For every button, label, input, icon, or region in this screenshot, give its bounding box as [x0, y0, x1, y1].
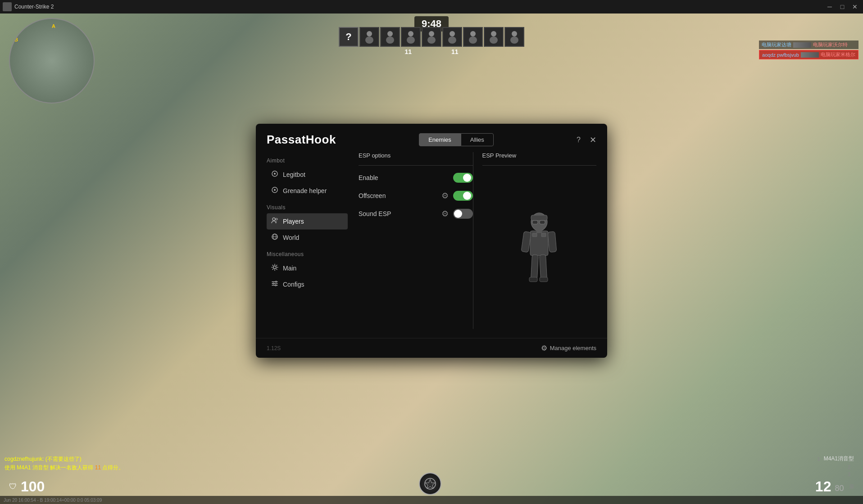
esp-options-panel: ESP options Enable Offscreen [359, 152, 473, 329]
svg-point-23 [276, 218, 277, 220]
manage-gear-icon: ⚙ [541, 344, 547, 352]
manage-elements-label: Manage elements [550, 345, 596, 351]
option-label-sound-esp: Sound ESP [359, 210, 391, 217]
modal-main-content: ESP options Enable Offscreen [348, 152, 596, 329]
sidebar-item-world[interactable]: World [267, 230, 348, 246]
modal-header: PassatHook Enemies Allies ? ✕ [256, 124, 607, 152]
modal-close-button[interactable]: ✕ [590, 135, 596, 145]
svg-point-27 [273, 266, 276, 269]
svg-rect-43 [532, 233, 537, 237]
modal-body: Aimbot Legitbot Grenade helper Visuals [256, 152, 607, 338]
modal-tabs: Enemies Allies [419, 133, 494, 146]
esp-options-divider [359, 165, 473, 166]
esp-preview-figure [482, 173, 597, 329]
svg-rect-37 [521, 231, 531, 252]
character-svg [514, 211, 564, 292]
world-label: World [283, 234, 299, 241]
app-icon [3, 2, 12, 11]
version-label: 1.12S [267, 345, 281, 351]
manage-elements-button[interactable]: ⚙ Manage elements [541, 344, 596, 352]
svg-rect-40 [540, 254, 547, 279]
configs-icon [271, 280, 278, 289]
svg-point-29 [273, 283, 274, 284]
window-controls: ─ □ ✕ [825, 3, 859, 10]
modal-footer: 1.12S ⚙ Manage elements [256, 338, 607, 358]
offscreen-gear-icon[interactable]: ⚙ [441, 191, 449, 201]
svg-rect-39 [531, 254, 539, 279]
maximize-button[interactable]: □ [838, 3, 847, 10]
svg-point-21 [274, 189, 276, 191]
svg-rect-42 [540, 277, 548, 282]
option-row-enable: Enable [359, 173, 473, 183]
main-icon [271, 264, 278, 273]
toggle-sound-esp[interactable] [453, 209, 473, 219]
modal-sidebar: Aimbot Legitbot Grenade helper Visuals [267, 152, 348, 329]
configs-label: Configs [283, 281, 304, 288]
svg-point-28 [276, 281, 277, 283]
esp-columns: ESP options Enable Offscreen [359, 152, 596, 329]
svg-rect-33 [532, 220, 538, 224]
world-icon [271, 233, 278, 242]
sidebar-item-players[interactable]: Players [267, 213, 348, 230]
sidebar-item-configs[interactable]: Configs [267, 276, 348, 292]
svg-rect-41 [529, 277, 537, 282]
esp-options-title: ESP options [359, 152, 473, 159]
svg-point-22 [273, 218, 275, 220]
option-row-sound-esp: Sound ESP ⚙ [359, 209, 473, 219]
svg-rect-38 [548, 231, 557, 252]
modal-overlay: PassatHook Enemies Allies ? ✕ Aimbot Leg… [0, 14, 863, 504]
section-misc-label: Miscellaneous [267, 251, 348, 257]
tab-enemies[interactable]: Enemies [419, 133, 461, 146]
option-label-offscreen: Offscreen [359, 192, 386, 199]
option-controls-sound-esp: ⚙ [441, 209, 473, 219]
window-titlebar: Counter-Strike 2 ─ □ ✕ [0, 0, 863, 14]
option-row-offscreen: Offscreen ⚙ [359, 191, 473, 201]
grenade-helper-icon [271, 186, 278, 195]
section-aimbot-label: Aimbot [267, 158, 348, 164]
sidebar-item-grenade-helper[interactable]: Grenade helper [267, 183, 348, 199]
passathook-modal: PassatHook Enemies Allies ? ✕ Aimbot Leg… [256, 124, 607, 358]
svg-rect-32 [531, 215, 547, 220]
players-icon [271, 217, 278, 226]
help-icon[interactable]: ? [577, 136, 581, 144]
modal-title: PassatHook [267, 133, 336, 147]
players-label: Players [283, 218, 304, 225]
esp-preview-panel: ESP Preview [473, 152, 597, 329]
toggle-enable[interactable] [453, 173, 473, 183]
svg-rect-36 [536, 230, 542, 233]
svg-rect-44 [541, 233, 546, 237]
svg-point-19 [274, 173, 276, 175]
legitbot-label: Legitbot [283, 171, 305, 178]
svg-rect-34 [540, 220, 545, 224]
toggle-offscreen[interactable] [453, 191, 473, 201]
main-label: Main [283, 265, 296, 272]
esp-preview-divider [482, 165, 597, 166]
window-title: Counter-Strike 2 [14, 4, 825, 10]
option-controls-offscreen: ⚙ [441, 191, 473, 201]
sound-esp-gear-icon[interactable]: ⚙ [441, 209, 449, 219]
option-controls-enable [453, 173, 473, 183]
sidebar-item-main[interactable]: Main [267, 260, 348, 276]
section-visuals-label: Visuals [267, 204, 348, 211]
legitbot-icon [271, 170, 278, 179]
sidebar-item-legitbot[interactable]: Legitbot [267, 166, 348, 183]
option-label-enable: Enable [359, 174, 378, 181]
tab-allies[interactable]: Allies [461, 133, 494, 146]
window-close-button[interactable]: ✕ [850, 3, 859, 10]
svg-point-30 [275, 285, 277, 286]
grenade-helper-label: Grenade helper [283, 187, 327, 194]
esp-preview-title: ESP Preview [482, 152, 597, 159]
modal-header-right: ? ✕ [577, 135, 596, 145]
minimize-button[interactable]: ─ [825, 3, 834, 10]
